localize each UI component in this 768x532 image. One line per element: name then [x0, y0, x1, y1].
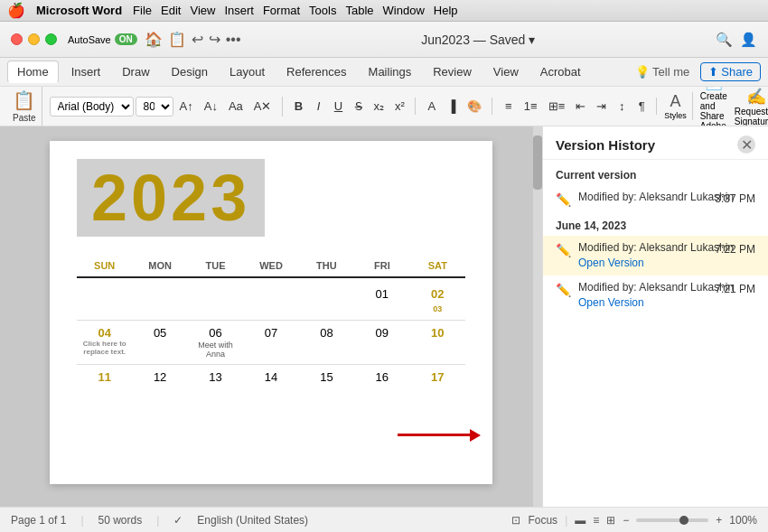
- cal-cell-06: 06 Meet with Anna: [188, 322, 243, 362]
- tab-draw[interactable]: Draw: [113, 61, 158, 82]
- version-panel-header: Version History ✕: [543, 126, 768, 160]
- share-button[interactable]: ⬆ Share: [700, 62, 761, 81]
- font-size-selector[interactable]: 80: [136, 97, 173, 117]
- superscript-button[interactable]: x²: [390, 98, 409, 115]
- fullscreen-button[interactable]: [45, 33, 57, 45]
- cal-cell-15: 15: [299, 367, 354, 399]
- tab-review[interactable]: Review: [424, 61, 481, 82]
- zoom-slider[interactable]: [636, 518, 708, 522]
- lightbulb-icon: 💡: [635, 65, 650, 79]
- redo-icon[interactable]: ↪: [209, 31, 220, 48]
- version-close-button[interactable]: ✕: [737, 135, 755, 154]
- close-button[interactable]: [11, 33, 23, 45]
- subscript-button[interactable]: x₂: [370, 98, 389, 115]
- tab-acrobat[interactable]: Acrobat: [531, 61, 590, 82]
- day-tue: TUE: [188, 258, 243, 273]
- calendar-week3: 11 12 13 14 15 16 17: [77, 367, 465, 399]
- numbered-list-button[interactable]: 1≡: [520, 98, 542, 115]
- spell-check-icon[interactable]: ✓: [173, 514, 183, 527]
- autosave-area: AutoSave ON: [68, 33, 137, 45]
- minimize-button[interactable]: [28, 33, 40, 45]
- indent-decrease-button[interactable]: ⇤: [571, 98, 590, 115]
- tell-me-label: Tell me: [652, 65, 689, 79]
- undo-icon[interactable]: ↩: [192, 31, 203, 48]
- app-name: Microsoft Word: [36, 4, 122, 17]
- version-history-panel: Version History ✕ Current version ✏️ Mod…: [542, 126, 768, 507]
- tab-view[interactable]: View: [484, 61, 528, 82]
- show-formatting-button[interactable]: ¶: [632, 98, 651, 115]
- sort-button[interactable]: ↕: [613, 98, 631, 115]
- layout-icon-3[interactable]: ⊞: [606, 514, 615, 527]
- week1-divider: [77, 320, 465, 321]
- strikethrough-button[interactable]: S̶: [350, 98, 368, 115]
- more-icon[interactable]: •••: [226, 32, 241, 48]
- autosave-toggle[interactable]: ON: [115, 33, 137, 45]
- highlight-button[interactable]: ▐: [443, 98, 461, 115]
- open-version-link-0[interactable]: Open Version: [578, 257, 644, 269]
- font-selector[interactable]: Arial (Body): [50, 97, 134, 117]
- underline-button[interactable]: U: [330, 98, 348, 115]
- menu-format[interactable]: Format: [263, 4, 300, 17]
- create-adobe-pdf-button[interactable]: 📄 Create and Share Adobe PDF: [700, 87, 727, 126]
- menu-edit[interactable]: Edit: [161, 4, 181, 17]
- request-signatures-button[interactable]: ✍ Request Signatures: [735, 87, 768, 126]
- version-time-0: 7:22 PM: [715, 243, 755, 256]
- menu-help[interactable]: Help: [434, 4, 458, 17]
- search-icon[interactable]: 🔍: [716, 32, 733, 48]
- bold-button[interactable]: B: [290, 98, 308, 115]
- shading-button[interactable]: 🎨: [463, 98, 486, 115]
- layout-icon-1[interactable]: ▬: [575, 514, 585, 527]
- font-color-button[interactable]: A: [423, 98, 441, 115]
- traffic-lights: [11, 33, 57, 45]
- menu-insert[interactable]: Insert: [224, 4, 254, 17]
- share-icon[interactable]: 📋: [168, 31, 186, 48]
- tab-layout[interactable]: Layout: [220, 61, 274, 82]
- bullet-list-button[interactable]: ≡: [500, 98, 518, 115]
- menu-window[interactable]: Window: [383, 4, 425, 17]
- paste-group: 📋 Paste: [7, 87, 42, 126]
- autosave-label: AutoSave: [68, 34, 111, 45]
- edit-icon-1[interactable]: ✏️: [556, 283, 571, 297]
- zoom-level: 100%: [729, 514, 757, 527]
- menu-file[interactable]: File: [133, 4, 152, 17]
- tab-mailings[interactable]: Mailings: [360, 61, 421, 82]
- ribbon-tabs: Home Insert Draw Design Layout Reference…: [0, 58, 768, 87]
- collaboration-icon[interactable]: 👤: [740, 32, 757, 48]
- tab-insert[interactable]: Insert: [62, 61, 110, 82]
- font-grow-button[interactable]: A↑: [175, 98, 198, 115]
- edit-icon-0[interactable]: ✏️: [556, 243, 571, 257]
- apple-menu[interactable]: 🍎: [7, 2, 25, 19]
- day-wed: WED: [243, 258, 298, 273]
- layout-icon-2[interactable]: ≡: [593, 514, 599, 527]
- scroll-thumb[interactable]: [533, 135, 542, 190]
- zoom-minus-button[interactable]: −: [623, 514, 629, 527]
- cal-cell-empty-1: [77, 284, 132, 318]
- menu-view[interactable]: View: [190, 4, 215, 17]
- open-version-link-1[interactable]: Open Version: [578, 296, 644, 309]
- edit-icon-current[interactable]: ✏️: [556, 192, 571, 207]
- menu-table[interactable]: Table: [345, 4, 373, 17]
- clear-format-button[interactable]: A✕: [249, 98, 276, 115]
- focus-icon[interactable]: ⊡: [511, 514, 520, 527]
- calendar-year: 2023: [77, 159, 265, 237]
- document-area: 2023 SUN MON TUE WED THU FRI SAT 01: [0, 126, 542, 507]
- cal-cell-09: 09: [354, 322, 409, 362]
- indent-increase-button[interactable]: ⇥: [592, 98, 611, 115]
- menu-tools[interactable]: Tools: [309, 4, 336, 17]
- font-case-button[interactable]: Aa: [224, 98, 248, 115]
- multilevel-list-button[interactable]: ⊞≡: [544, 98, 570, 115]
- italic-button[interactable]: I: [310, 98, 328, 115]
- tell-me-area[interactable]: 💡 Tell me: [635, 65, 689, 79]
- paste-button[interactable]: 📋: [13, 89, 35, 111]
- font-shrink-button[interactable]: A↓: [200, 98, 222, 115]
- zoom-plus-button[interactable]: +: [716, 514, 722, 527]
- tab-design[interactable]: Design: [163, 61, 217, 82]
- cell-06-note: Meet with Anna: [190, 341, 241, 359]
- color-group: A ▐ 🎨: [423, 98, 492, 115]
- toolbar: 📋 Paste Arial (Body) 80 A↑ A↓ Aa A✕ B I …: [0, 87, 768, 126]
- cal-cell-17: 17: [410, 367, 465, 399]
- home-icon[interactable]: 🏠: [145, 31, 163, 48]
- styles-button[interactable]: A Styles: [664, 92, 687, 120]
- tab-home[interactable]: Home: [7, 61, 59, 83]
- tab-references[interactable]: References: [277, 61, 355, 82]
